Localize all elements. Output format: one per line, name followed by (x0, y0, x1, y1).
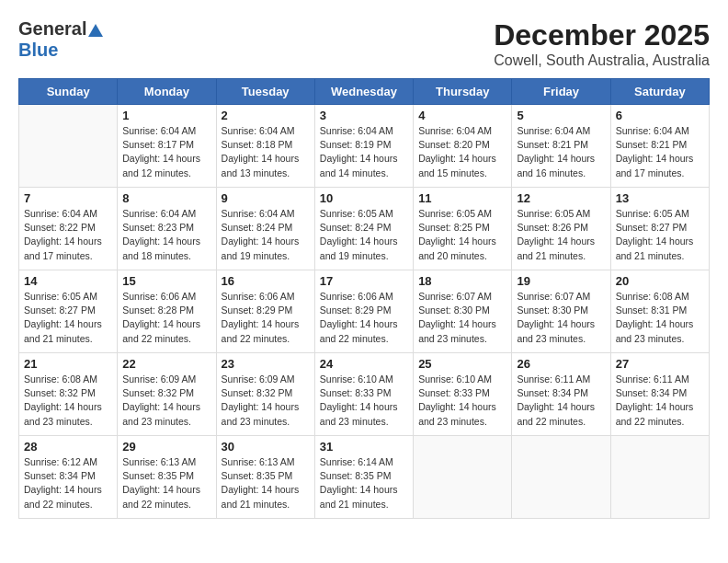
weekday-header-thursday: Thursday (414, 79, 512, 105)
calendar-cell (512, 436, 610, 519)
week-row-1: 1Sunrise: 6:04 AMSunset: 8:17 PMDaylight… (19, 105, 710, 188)
day-info: Sunrise: 6:11 AMSunset: 8:34 PMDaylight:… (517, 373, 605, 429)
weekday-header-row: SundayMondayTuesdayWednesdayThursdayFrid… (19, 79, 710, 105)
calendar-cell (19, 105, 118, 188)
day-number: 11 (418, 191, 506, 205)
calendar-header: SundayMondayTuesdayWednesdayThursdayFrid… (19, 79, 710, 105)
day-info: Sunrise: 6:06 AMSunset: 8:29 PMDaylight:… (320, 290, 408, 346)
day-info: Sunrise: 6:04 AMSunset: 8:18 PMDaylight:… (222, 124, 310, 180)
calendar-cell: 23Sunrise: 6:09 AMSunset: 8:32 PMDayligh… (216, 353, 314, 436)
day-number: 6 (616, 109, 704, 122)
day-number: 21 (24, 357, 112, 371)
week-row-4: 21Sunrise: 6:08 AMSunset: 8:32 PMDayligh… (19, 353, 710, 436)
day-info: Sunrise: 6:05 AMSunset: 8:25 PMDaylight:… (418, 207, 506, 263)
day-number: 24 (320, 357, 408, 371)
day-number: 30 (222, 440, 310, 454)
calendar-cell: 28Sunrise: 6:12 AMSunset: 8:34 PMDayligh… (19, 436, 118, 519)
calendar-cell: 22Sunrise: 6:09 AMSunset: 8:32 PMDayligh… (118, 353, 216, 436)
day-info: Sunrise: 6:05 AMSunset: 8:24 PMDaylight:… (320, 207, 408, 263)
day-number: 13 (616, 191, 704, 205)
day-info: Sunrise: 6:04 AMSunset: 8:24 PMDaylight:… (222, 207, 310, 263)
day-info: Sunrise: 6:14 AMSunset: 8:35 PMDaylight:… (320, 455, 408, 511)
day-info: Sunrise: 6:04 AMSunset: 8:21 PMDaylight:… (616, 124, 704, 180)
day-info: Sunrise: 6:07 AMSunset: 8:30 PMDaylight:… (517, 290, 605, 346)
day-number: 22 (122, 357, 210, 371)
day-number: 12 (517, 191, 605, 205)
calendar-table: SundayMondayTuesdayWednesdayThursdayFrid… (18, 78, 710, 519)
day-number: 7 (24, 191, 112, 205)
calendar-cell (610, 436, 709, 519)
calendar-cell: 9Sunrise: 6:04 AMSunset: 8:24 PMDaylight… (216, 188, 314, 270)
calendar-cell (414, 436, 512, 519)
calendar-cell: 8Sunrise: 6:04 AMSunset: 8:23 PMDaylight… (118, 188, 216, 270)
calendar-cell: 2Sunrise: 6:04 AMSunset: 8:18 PMDaylight… (216, 105, 314, 188)
day-info: Sunrise: 6:08 AMSunset: 8:32 PMDaylight:… (24, 373, 112, 429)
weekday-header-wednesday: Wednesday (314, 79, 413, 105)
calendar-cell: 12Sunrise: 6:05 AMSunset: 8:26 PMDayligh… (512, 188, 610, 270)
day-info: Sunrise: 6:05 AMSunset: 8:26 PMDaylight:… (517, 207, 605, 263)
day-number: 25 (418, 357, 506, 371)
calendar-cell: 17Sunrise: 6:06 AMSunset: 8:29 PMDayligh… (314, 270, 413, 353)
day-number: 14 (24, 274, 112, 288)
day-number: 26 (517, 357, 605, 371)
day-number: 20 (616, 274, 704, 288)
calendar-cell: 26Sunrise: 6:11 AMSunset: 8:34 PMDayligh… (512, 353, 610, 436)
page-title: December 2025 (494, 18, 710, 52)
day-number: 5 (517, 109, 605, 122)
day-number: 28 (24, 440, 112, 454)
calendar-cell: 7Sunrise: 6:04 AMSunset: 8:22 PMDaylight… (19, 188, 118, 270)
calendar-cell: 29Sunrise: 6:13 AMSunset: 8:35 PMDayligh… (118, 436, 216, 519)
logo: General Blue (18, 18, 103, 61)
day-info: Sunrise: 6:09 AMSunset: 8:32 PMDaylight:… (122, 373, 210, 429)
calendar-cell: 5Sunrise: 6:04 AMSunset: 8:21 PMDaylight… (512, 105, 610, 188)
day-number: 19 (517, 274, 605, 288)
calendar-cell: 16Sunrise: 6:06 AMSunset: 8:29 PMDayligh… (216, 270, 314, 353)
day-info: Sunrise: 6:10 AMSunset: 8:33 PMDaylight:… (320, 373, 408, 429)
calendar-cell: 31Sunrise: 6:14 AMSunset: 8:35 PMDayligh… (314, 436, 413, 519)
day-info: Sunrise: 6:04 AMSunset: 8:19 PMDaylight:… (320, 124, 408, 180)
calendar-cell: 30Sunrise: 6:13 AMSunset: 8:35 PMDayligh… (216, 436, 314, 519)
day-info: Sunrise: 6:11 AMSunset: 8:34 PMDaylight:… (616, 373, 704, 429)
day-info: Sunrise: 6:09 AMSunset: 8:32 PMDaylight:… (222, 373, 310, 429)
day-info: Sunrise: 6:04 AMSunset: 8:20 PMDaylight:… (418, 124, 506, 180)
day-info: Sunrise: 6:06 AMSunset: 8:29 PMDaylight:… (222, 290, 310, 346)
calendar-cell: 1Sunrise: 6:04 AMSunset: 8:17 PMDaylight… (118, 105, 216, 188)
day-info: Sunrise: 6:04 AMSunset: 8:17 PMDaylight:… (122, 124, 210, 180)
calendar-cell: 20Sunrise: 6:08 AMSunset: 8:31 PMDayligh… (610, 270, 709, 353)
day-info: Sunrise: 6:04 AMSunset: 8:21 PMDaylight:… (517, 124, 605, 180)
weekday-header-tuesday: Tuesday (216, 79, 314, 105)
page-subtitle: Cowell, South Australia, Australia (494, 52, 710, 69)
calendar-cell: 18Sunrise: 6:07 AMSunset: 8:30 PMDayligh… (414, 270, 512, 353)
day-number: 3 (320, 109, 408, 122)
week-row-2: 7Sunrise: 6:04 AMSunset: 8:22 PMDaylight… (19, 188, 710, 270)
day-number: 18 (418, 274, 506, 288)
calendar-cell: 24Sunrise: 6:10 AMSunset: 8:33 PMDayligh… (314, 353, 413, 436)
calendar-cell: 25Sunrise: 6:10 AMSunset: 8:33 PMDayligh… (414, 353, 512, 436)
calendar-cell: 6Sunrise: 6:04 AMSunset: 8:21 PMDaylight… (610, 105, 709, 188)
calendar-cell: 13Sunrise: 6:05 AMSunset: 8:27 PMDayligh… (610, 188, 709, 270)
day-number: 16 (222, 274, 310, 288)
page-header: General Blue December 2025 Cowell, South… (18, 18, 710, 69)
calendar-body: 1Sunrise: 6:04 AMSunset: 8:17 PMDaylight… (19, 105, 710, 519)
calendar-cell: 27Sunrise: 6:11 AMSunset: 8:34 PMDayligh… (610, 353, 709, 436)
day-info: Sunrise: 6:13 AMSunset: 8:35 PMDaylight:… (122, 455, 210, 511)
logo-general: General (18, 18, 86, 39)
logo-blue: Blue (18, 40, 58, 60)
weekday-header-saturday: Saturday (610, 79, 709, 105)
day-number: 31 (320, 440, 408, 454)
day-info: Sunrise: 6:06 AMSunset: 8:28 PMDaylight:… (122, 290, 210, 346)
calendar-cell: 15Sunrise: 6:06 AMSunset: 8:28 PMDayligh… (118, 270, 216, 353)
day-info: Sunrise: 6:04 AMSunset: 8:23 PMDaylight:… (122, 207, 210, 263)
day-number: 2 (222, 109, 310, 122)
day-info: Sunrise: 6:13 AMSunset: 8:35 PMDaylight:… (222, 455, 310, 511)
day-number: 23 (222, 357, 310, 371)
day-number: 1 (122, 109, 210, 122)
day-number: 17 (320, 274, 408, 288)
day-number: 9 (222, 191, 310, 205)
week-row-3: 14Sunrise: 6:05 AMSunset: 8:27 PMDayligh… (19, 270, 710, 353)
calendar-cell: 19Sunrise: 6:07 AMSunset: 8:30 PMDayligh… (512, 270, 610, 353)
weekday-header-monday: Monday (118, 79, 216, 105)
day-info: Sunrise: 6:05 AMSunset: 8:27 PMDaylight:… (24, 290, 112, 346)
calendar-cell: 4Sunrise: 6:04 AMSunset: 8:20 PMDaylight… (414, 105, 512, 188)
day-info: Sunrise: 6:07 AMSunset: 8:30 PMDaylight:… (418, 290, 506, 346)
